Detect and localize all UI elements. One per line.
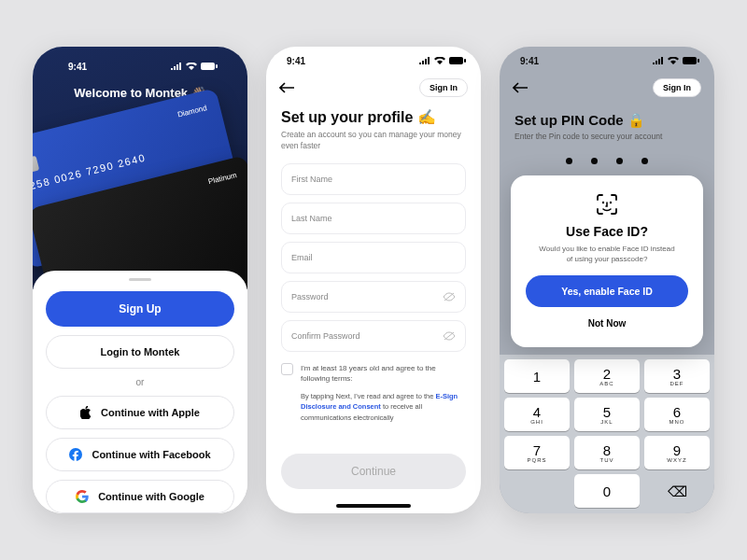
- password-field[interactable]: Password: [281, 281, 466, 313]
- page-subtitle: Enter the Pin code to secure your accoun…: [514, 132, 699, 141]
- modal-body: Would you like to enable Face ID instead…: [526, 244, 688, 264]
- card-tier: Platinum: [207, 171, 237, 186]
- modal-title: Use Face ID?: [526, 224, 688, 239]
- back-button[interactable]: [279, 77, 302, 99]
- keypad-key-7[interactable]: 7pqrs: [504, 436, 570, 469]
- svg-rect-3: [449, 57, 463, 64]
- screen-profile: 9:41 Sign In Set up your profile ✍️ Crea…: [266, 47, 481, 513]
- battery-icon: [201, 63, 218, 70]
- google-icon: [76, 490, 89, 503]
- status-time: 9:41: [287, 56, 305, 66]
- svg-point-8: [610, 202, 612, 203]
- card-stack: Diamond 7258 0026 7290 2640 n Ericksson …: [48, 119, 233, 287]
- card-tier: Diamond: [176, 104, 207, 119]
- auth-sheet: Sign Up Login to Montek or Continue with…: [33, 271, 247, 513]
- pin-dots: [514, 158, 699, 164]
- keypad-key-3[interactable]: 3def: [644, 359, 710, 393]
- checkbox-icon[interactable]: [281, 363, 293, 375]
- card-chip-icon: [33, 156, 39, 175]
- status-time: 9:41: [68, 62, 87, 72]
- keypad-key-9[interactable]: 9wxyz: [644, 436, 710, 469]
- keypad-spacer: [504, 474, 570, 508]
- nav-bar: Sign In: [266, 75, 481, 101]
- pin-dot: [616, 158, 623, 164]
- signal-icon: [171, 63, 182, 70]
- page-title: Set up PIN Code 🔒: [514, 112, 699, 129]
- signal-icon: [653, 57, 664, 64]
- consent-text: By tapping Next, I've read and agree to …: [281, 391, 466, 423]
- numeric-keypad: 12abc3def4ghi5jkl6mno7pqrs8tuv9wxyz0⌫: [500, 355, 714, 513]
- apple-icon: [80, 406, 92, 419]
- status-time: 9:41: [520, 56, 539, 66]
- keypad-key-6[interactable]: 6mno: [644, 398, 710, 431]
- facebook-icon: [69, 448, 82, 461]
- wifi-icon: [434, 57, 445, 64]
- svg-rect-6: [698, 59, 699, 63]
- continue-facebook-button[interactable]: Continue with Facebook: [46, 438, 234, 471]
- pin-dot: [566, 158, 572, 164]
- svg-point-7: [602, 202, 604, 203]
- eye-off-icon[interactable]: [443, 292, 456, 301]
- pin-dot: [591, 158, 598, 164]
- battery-icon: [683, 57, 699, 64]
- status-bar: 9:41: [266, 47, 481, 75]
- terms-checkbox-row[interactable]: I'm at least 18 years old and agree to t…: [281, 363, 466, 384]
- pin-header: Set up PIN Code 🔒 Enter the Pin code to …: [500, 101, 714, 175]
- signup-button[interactable]: Sign Up: [46, 291, 234, 327]
- status-icons: [653, 57, 699, 64]
- signin-button[interactable]: Sign In: [419, 78, 468, 97]
- wifi-icon: [668, 57, 679, 64]
- status-icons: [171, 63, 218, 70]
- page-subtitle: Create an account so you can manage your…: [281, 130, 466, 152]
- continue-button[interactable]: Continue: [281, 454, 466, 489]
- signin-button[interactable]: Sign In: [653, 78, 701, 97]
- page-title: Set up your profile ✍️: [281, 108, 466, 126]
- last-name-field[interactable]: Last Name: [281, 203, 466, 234]
- keypad-key-5[interactable]: 5jkl: [574, 398, 640, 431]
- back-button[interactable]: [513, 77, 535, 99]
- status-bar: 9:41: [48, 52, 233, 80]
- screen-welcome: 9:41 Welcome to Montek 👋🏼 Diamond 7258 0…: [33, 47, 247, 513]
- faceid-icon: [595, 192, 619, 217]
- wifi-icon: [186, 63, 197, 70]
- backspace-key[interactable]: ⌫: [644, 474, 710, 508]
- not-now-button[interactable]: Not Now: [526, 313, 688, 334]
- terms-label: I'm at least 18 years old and agree to t…: [301, 363, 466, 384]
- confirm-password-field[interactable]: Confirm Password: [281, 320, 466, 352]
- battery-icon: [449, 57, 466, 64]
- eye-off-icon[interactable]: [443, 331, 456, 341]
- profile-form: Set up your profile ✍️ Create an account…: [266, 101, 481, 513]
- svg-rect-5: [683, 57, 697, 64]
- svg-rect-1: [216, 64, 218, 68]
- continue-apple-button[interactable]: Continue with Apple: [46, 396, 234, 429]
- divider-or: or: [46, 377, 234, 387]
- keypad-key-8[interactable]: 8tuv: [574, 436, 640, 469]
- nav-bar: Sign In: [500, 75, 714, 101]
- signal-icon: [419, 57, 430, 64]
- svg-rect-0: [201, 63, 215, 70]
- keypad-key-1[interactable]: 1: [504, 359, 570, 393]
- status-bar: 9:41: [500, 47, 714, 75]
- keypad-key-0[interactable]: 0: [574, 474, 640, 508]
- sheet-handle[interactable]: [129, 278, 151, 281]
- svg-rect-4: [464, 59, 466, 63]
- first-name-field[interactable]: First Name: [281, 163, 466, 195]
- pin-dot: [641, 158, 648, 164]
- hero: 9:41 Welcome to Montek 👋🏼 Diamond 7258 0…: [33, 47, 247, 289]
- keypad-key-2[interactable]: 2abc: [574, 359, 640, 393]
- enable-faceid-button[interactable]: Yes, enable Face ID: [526, 275, 688, 307]
- screen-pin: 9:41 Sign In Set up PIN Code 🔒 Enter the…: [500, 47, 714, 513]
- arrow-left-icon: [279, 82, 294, 93]
- home-indicator[interactable]: [336, 504, 411, 508]
- email-field[interactable]: Email: [281, 242, 466, 273]
- arrow-left-icon: [513, 82, 528, 93]
- login-button[interactable]: Login to Montek: [46, 335, 234, 369]
- keypad-key-4[interactable]: 4ghi: [504, 398, 570, 431]
- faceid-modal: Use Face ID? Would you like to enable Fa…: [511, 175, 703, 347]
- continue-google-button[interactable]: Continue with Google: [46, 480, 234, 513]
- status-icons: [419, 57, 466, 64]
